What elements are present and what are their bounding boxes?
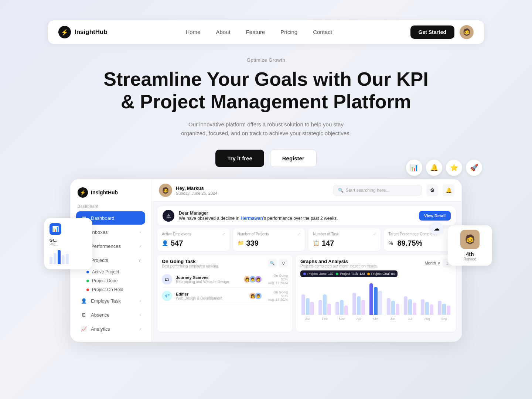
- chart-bars-Jan: [301, 278, 314, 315]
- stat-card-target: Target Percentage Completed ⤢ % 89.75%: [384, 228, 456, 251]
- chart-label-Apr: Apr: [356, 317, 361, 321]
- user-greeting: 🧔 Hey, Markus Sunday, June 25, 2024: [159, 184, 329, 197]
- bar-Jun-2: [396, 304, 399, 315]
- upload-icon-circle[interactable]: ☁: [430, 222, 443, 235]
- view-detail-button[interactable]: View Detail: [419, 211, 451, 221]
- frc-avatar: 🧔: [460, 230, 480, 249]
- legend-value-done: 137: [328, 272, 334, 276]
- sub-item-project-done[interactable]: Project Done: [76, 276, 145, 285]
- task-panel-title: On Going Task: [162, 259, 219, 264]
- graph-title-group: Graphs and Analysis Projects completed p…: [300, 259, 378, 268]
- bottom-panels: On Going Task Best performing employee r…: [151, 255, 462, 332]
- nav-link-home[interactable]: Home: [185, 29, 200, 35]
- logo-text: InsightHub: [75, 28, 108, 36]
- projects-stat-icon: 📁: [238, 240, 244, 247]
- sidebar-performances-label: Performences: [91, 243, 121, 249]
- chart-label-Sep: Sep: [441, 317, 447, 321]
- active-project-label: Active Project: [92, 269, 119, 274]
- task-panel-header: On Going Task Best performing employee r…: [162, 259, 288, 268]
- task-search-icon[interactable]: 🔍: [268, 259, 277, 267]
- task-filter-icon[interactable]: ▽: [279, 259, 288, 267]
- expand-icon-projects[interactable]: ⤢: [297, 232, 300, 236]
- sub-item-project-hold[interactable]: Project On Hold: [76, 285, 145, 294]
- expand-icon-employees[interactable]: ⤢: [222, 232, 225, 236]
- bar-Mei-1: [374, 287, 378, 315]
- hero-tag: Optimize Growth: [48, 57, 484, 63]
- bar-Jul-2: [413, 303, 416, 315]
- legend-dot-task: [336, 273, 338, 275]
- bar-Sep-0: [438, 301, 441, 315]
- search-icon: 🔍: [338, 188, 344, 193]
- bar-Aug-2: [430, 304, 433, 315]
- nav-avatar[interactable]: 🧔: [460, 25, 474, 39]
- legend-project-goal: Project Goal 84: [367, 272, 395, 276]
- sidebar-item-analytics[interactable]: 📈 Analytics ›: [76, 322, 145, 335]
- alert-title: Dear Manager: [179, 211, 208, 216]
- flc-icon: 📊: [50, 223, 61, 235]
- sidebar-item-absence[interactable]: 🗓 Absence ›: [76, 308, 145, 321]
- float-icon-star[interactable]: ⭐: [446, 160, 462, 176]
- chart-bars-Sep: [438, 278, 450, 315]
- stat-label-tasks: Number of Task ⤢: [313, 232, 376, 236]
- try-free-button[interactable]: Try it free: [215, 150, 264, 167]
- alert-icon: ⚠: [163, 210, 174, 222]
- hero-section: Optimize Growth Streamline Your Goals wi…: [48, 57, 484, 177]
- chart-col-Mar: Mar: [334, 278, 349, 321]
- task-name-journey: Journey Scarves: [176, 275, 242, 280]
- stat-label-employees: Active Employees ⤢: [162, 232, 225, 236]
- nav-link-feature[interactable]: Feature: [246, 29, 265, 35]
- bar-Mei-0: [369, 283, 373, 315]
- hero-title: Streamline Your Goals with Our KPI & Pro…: [48, 68, 484, 113]
- chart-col-Mei: Mei: [368, 278, 383, 321]
- legend-value-task: 123: [359, 272, 365, 276]
- register-button[interactable]: Register: [270, 150, 317, 167]
- float-icon-bell[interactable]: 🔔: [426, 160, 442, 176]
- expand-icon-tasks[interactable]: ⤢: [373, 232, 376, 236]
- chart-label-Jul: Jul: [408, 317, 412, 321]
- month-selector[interactable]: Month ∨: [424, 261, 440, 266]
- search-bar[interactable]: 🔍 Start searching here...: [333, 185, 422, 196]
- nav-link-contact[interactable]: Contact: [313, 29, 332, 35]
- get-started-button[interactable]: Get Started: [410, 25, 454, 39]
- task-item-edifier: 💎 Edifier Web Design & Development 👩 👨 O…: [162, 288, 288, 304]
- task-item-journey: 🗂 Journey Scarves Rebranding and Website…: [162, 271, 288, 288]
- stat-cards: Active Employees ⤢ 👤 547 Number of Proje…: [151, 228, 462, 251]
- nav-link-pricing[interactable]: Pricing: [280, 29, 297, 35]
- sidebar-item-employee-task[interactable]: 👤 Employe Task ›: [76, 294, 145, 307]
- flc-sub: Pro...: [50, 242, 87, 246]
- nav-right: Get Started 🧔: [410, 25, 474, 39]
- bar-Apr-0: [352, 293, 356, 315]
- sidebar-absence-label: Absence: [91, 312, 110, 318]
- task-info-edifier: Edifier Web Design & Development: [176, 292, 247, 300]
- graph-panel: Graphs and Analysis Projects completed p…: [296, 255, 456, 332]
- main-content: 🧔 Hey, Markus Sunday, June 25, 2024 🔍 St…: [151, 179, 462, 342]
- nav-link-about[interactable]: About: [216, 29, 230, 35]
- nav-links: HomeAboutFeaturePricingContact: [185, 29, 332, 35]
- chart-label-Aug: Aug: [424, 317, 430, 321]
- float-icon-chart[interactable]: 📊: [406, 160, 422, 176]
- bar-Aug-1: [425, 302, 429, 315]
- graph-subtitle: Projects completed per month based on tr…: [300, 264, 378, 268]
- bar-Jun-0: [387, 298, 391, 315]
- settings-icon-button[interactable]: ⚙: [426, 184, 438, 196]
- legend-value-goal: 84: [391, 272, 395, 276]
- legend-dot-goal: [367, 273, 370, 275]
- logo-icon: ⚡: [58, 26, 71, 38]
- bell-icon-button[interactable]: 🔔: [443, 184, 454, 196]
- legend-project-task: Project Task 123: [336, 272, 365, 276]
- float-icon-rocket[interactable]: 🚀: [466, 160, 482, 176]
- graph-header: Graphs and Analysis Projects completed p…: [300, 259, 451, 268]
- task-avatar-3: 👩: [255, 276, 262, 283]
- bar-Feb-2: [327, 304, 331, 315]
- chart-col-Jul: Jul: [403, 278, 417, 321]
- sidebar-employee-task-label: Employe Task: [91, 298, 121, 304]
- chart-bars-Apr: [352, 278, 365, 315]
- task-meta-edifier: On Going 51% Aug. 17 2024: [266, 290, 288, 301]
- task-due-edifier: Aug. 17 2024: [266, 298, 288, 301]
- bar-Mar-0: [335, 302, 339, 315]
- chart-bars-Feb: [318, 278, 331, 315]
- alert-highlight: Hermawan: [241, 216, 263, 221]
- absence-arrow: ›: [140, 313, 141, 317]
- task-panel-subtitle: Best performing employee ranking.: [162, 264, 219, 268]
- active-project-dot: [86, 271, 89, 273]
